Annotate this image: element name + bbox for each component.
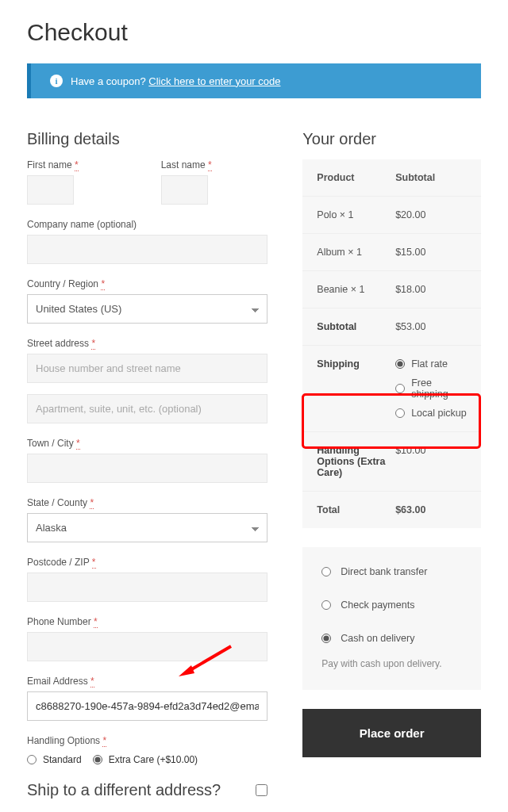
company-input[interactable] — [27, 235, 267, 264]
first-name-input[interactable] — [27, 175, 74, 205]
ship-free-label: Free shipping — [411, 377, 467, 400]
billing-heading: Billing details — [27, 130, 267, 148]
order-item-price: $15.00 — [395, 247, 467, 258]
order-handling-label: Handling Options (Extra Care) — [317, 445, 395, 478]
pay-cod-radio[interactable] — [321, 634, 331, 643]
order-item-name: Album × 1 — [317, 247, 395, 258]
pay-bank-radio[interactable] — [321, 567, 331, 576]
email-input[interactable] — [27, 691, 267, 721]
pay-cod-desc: Pay with cash upon delivery. — [302, 655, 481, 690]
ship-diff-heading: Ship to a different address? — [27, 781, 221, 799]
postcode-label: Postcode / ZIP * — [27, 557, 267, 568]
info-icon: i — [50, 75, 63, 87]
ship-free-radio[interactable] — [395, 384, 405, 393]
order-subtotal-label: Subtotal — [317, 321, 395, 332]
country-select[interactable]: United States (US) — [27, 294, 267, 324]
payment-methods: Direct bank transfer Check payments Cash… — [302, 547, 481, 690]
company-label: Company name (optional) — [27, 219, 267, 230]
city-input[interactable] — [27, 454, 267, 483]
order-heading: Your order — [302, 130, 481, 148]
order-item-name: Beanie × 1 — [317, 284, 395, 295]
handling-standard-label: Standard — [43, 754, 82, 765]
state-label: State / County * — [27, 497, 267, 508]
ship-local-radio[interactable] — [395, 408, 405, 418]
city-label: Town / City * — [27, 438, 267, 449]
page-title: Checkout — [27, 19, 481, 46]
postcode-input[interactable] — [27, 573, 267, 602]
order-item-price: $20.00 — [395, 209, 467, 220]
first-name-label: First name * — [27, 159, 134, 170]
last-name-label: Last name * — [161, 159, 268, 170]
ship-local-label: Local pickup — [411, 408, 467, 419]
country-label: Country / Region * — [27, 278, 267, 289]
order-header-subtotal: Subtotal — [395, 172, 467, 183]
street-label: Street address * — [27, 338, 267, 349]
order-item-name: Polo × 1 — [317, 209, 395, 220]
order-subtotal-value: $53.00 — [395, 321, 467, 332]
order-summary: Product Subtotal Polo × 1 $20.00 Album ×… — [302, 159, 481, 528]
phone-input[interactable] — [27, 632, 267, 661]
phone-label: Phone Number * — [27, 616, 267, 627]
handling-label: Handling Options * — [27, 735, 267, 746]
street1-input[interactable] — [27, 354, 267, 383]
order-total-value: $63.00 — [395, 504, 467, 515]
coupon-link[interactable]: Click here to enter your code — [148, 75, 280, 87]
pay-check-radio[interactable] — [321, 600, 331, 610]
ship-flat-radio[interactable] — [395, 359, 405, 369]
order-shipping-label: Shipping — [317, 358, 395, 419]
coupon-notice: i Have a coupon? Click here to enter you… — [27, 63, 481, 98]
handling-extra-label: Extra Care (+$10.00) — [109, 754, 198, 765]
order-total-label: Total — [317, 504, 395, 515]
state-select[interactable]: Alaska — [27, 513, 267, 542]
pay-bank-label: Direct bank transfer — [341, 566, 427, 577]
pay-cod-label: Cash on delivery — [341, 633, 414, 644]
coupon-text: Have a coupon? — [71, 75, 148, 87]
handling-standard-radio[interactable] — [27, 755, 37, 764]
place-order-button[interactable]: Place order — [302, 709, 481, 757]
order-header-product: Product — [317, 172, 395, 183]
order-handling-value: $10.00 — [395, 445, 467, 478]
email-label: Email Address * — [27, 676, 267, 687]
street2-input[interactable] — [27, 394, 267, 423]
ship-flat-label: Flat rate — [411, 358, 448, 370]
handling-extra-radio[interactable] — [93, 755, 102, 764]
last-name-input[interactable] — [161, 175, 208, 205]
pay-check-label: Check payments — [341, 599, 414, 611]
order-item-price: $18.00 — [395, 284, 467, 295]
ship-diff-checkbox[interactable] — [256, 784, 267, 796]
